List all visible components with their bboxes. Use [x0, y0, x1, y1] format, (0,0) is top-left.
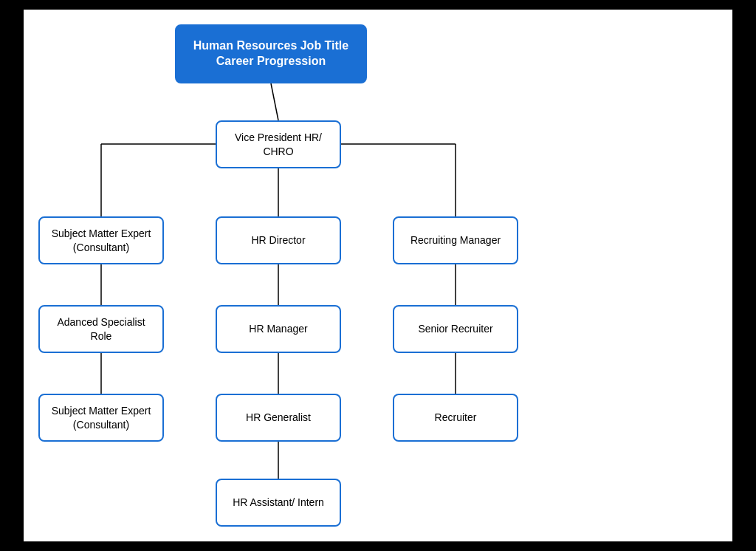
vp-node: Vice President HR/ CHRO — [216, 120, 341, 168]
recruiter-label: Recruiter — [435, 411, 477, 424]
hr-generalist-label: HR Generalist — [246, 411, 311, 424]
title-label: Human Resources Job Title Career Progres… — [182, 38, 360, 69]
hr-director-node: HR Director — [216, 216, 341, 264]
connectors — [24, 10, 732, 541]
hr-manager-label: HR Manager — [249, 322, 307, 335]
recruiting-manager-node: Recruiting Manager — [393, 216, 518, 264]
recruiting-manager-label: Recruiting Manager — [410, 233, 501, 247]
recruiter-node: Recruiter — [393, 394, 518, 442]
adv-specialist-node: Adanced Specialist Role — [38, 305, 164, 353]
canvas: Human Resources Job Title Career Progres… — [24, 10, 732, 541]
senior-recruiter-label: Senior Recruiter — [418, 322, 492, 335]
sme2-node: Subject Matter Expert (Consultant) — [38, 394, 164, 442]
sme1-node: Subject Matter Expert (Consultant) — [38, 216, 164, 264]
svg-line-0 — [271, 83, 278, 120]
hr-manager-node: HR Manager — [216, 305, 341, 353]
hr-assistant-label: HR Assistant/ Intern — [233, 496, 324, 509]
hr-assistant-node: HR Assistant/ Intern — [216, 479, 341, 527]
title-node: Human Resources Job Title Career Progres… — [175, 24, 367, 83]
sme2-label: Subject Matter Expert (Consultant) — [46, 404, 157, 431]
adv-specialist-label: Adanced Specialist Role — [46, 315, 157, 342]
sme1-label: Subject Matter Expert (Consultant) — [46, 227, 157, 253]
hr-generalist-node: HR Generalist — [216, 394, 341, 442]
senior-recruiter-node: Senior Recruiter — [393, 305, 518, 353]
hr-director-label: HR Director — [251, 233, 305, 247]
vp-label: Vice President HR/ CHRO — [223, 131, 334, 157]
